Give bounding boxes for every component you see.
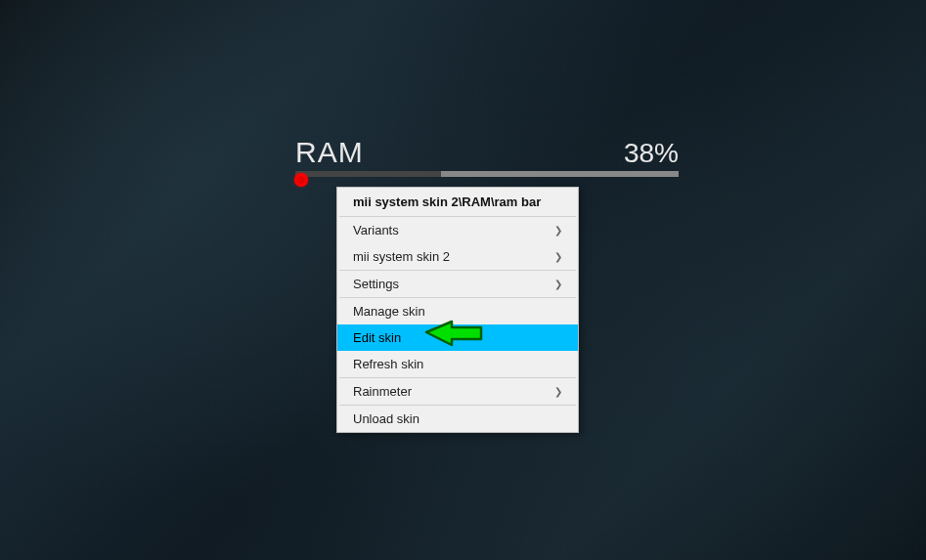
context-menu: mii system skin 2\RAM\ram bar Variants ❯… bbox=[336, 187, 579, 433]
menu-item-mii-system[interactable]: mii system skin 2 ❯ bbox=[337, 243, 578, 270]
menu-item-refresh-skin[interactable]: Refresh skin bbox=[337, 351, 578, 377]
ram-title: RAM bbox=[295, 136, 364, 169]
ram-percent: 38% bbox=[624, 138, 679, 169]
menu-item-label: Settings bbox=[353, 277, 399, 291]
menu-item-rainmeter[interactable]: Rainmeter ❯ bbox=[337, 378, 578, 405]
marker-dot-icon bbox=[294, 173, 308, 187]
menu-item-label: Edit skin bbox=[353, 330, 401, 345]
menu-item-label: Variants bbox=[353, 223, 399, 237]
menu-item-label: Unload skin bbox=[353, 411, 419, 426]
menu-item-variants[interactable]: Variants ❯ bbox=[337, 217, 578, 243]
ram-labels: RAM 38% bbox=[295, 136, 679, 169]
menu-header: mii system skin 2\RAM\ram bar bbox=[337, 188, 578, 216]
menu-item-label: Rainmeter bbox=[353, 384, 412, 399]
ram-progress-fill bbox=[295, 171, 441, 177]
menu-item-unload-skin[interactable]: Unload skin bbox=[337, 406, 578, 432]
ram-progress-track bbox=[295, 171, 679, 177]
menu-item-label: mii system skin 2 bbox=[353, 249, 450, 264]
menu-item-manage-skin[interactable]: Manage skin bbox=[337, 298, 578, 324]
menu-item-settings[interactable]: Settings ❯ bbox=[337, 271, 578, 297]
chevron-right-icon: ❯ bbox=[554, 225, 562, 236]
menu-item-edit-skin[interactable]: Edit skin bbox=[337, 324, 578, 351]
menu-item-label: Refresh skin bbox=[353, 357, 423, 371]
chevron-right-icon: ❯ bbox=[554, 251, 562, 262]
menu-item-label: Manage skin bbox=[353, 304, 425, 319]
chevron-right-icon: ❯ bbox=[554, 279, 562, 289]
ram-widget[interactable]: RAM 38% bbox=[295, 136, 679, 177]
chevron-right-icon: ❯ bbox=[554, 386, 562, 397]
